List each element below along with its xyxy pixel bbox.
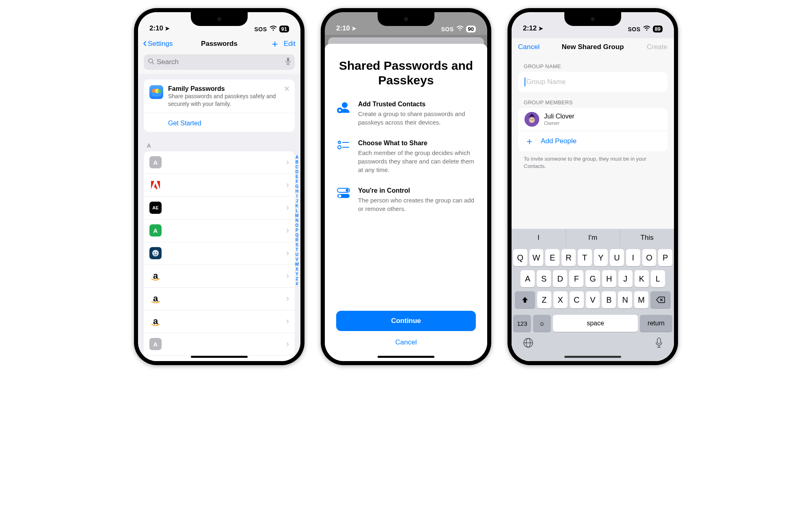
index-letter[interactable]: K bbox=[296, 204, 298, 209]
password-row[interactable]: › bbox=[144, 242, 295, 265]
emoji-key[interactable]: ☺ bbox=[533, 315, 551, 332]
prediction-item[interactable]: I'm bbox=[566, 229, 620, 247]
key-c[interactable]: C bbox=[570, 291, 584, 308]
key-v[interactable]: V bbox=[586, 291, 600, 308]
close-icon[interactable]: ✕ bbox=[284, 84, 290, 93]
index-letter[interactable]: X bbox=[296, 267, 298, 272]
key-p[interactable]: P bbox=[658, 249, 672, 266]
index-letter[interactable]: Y bbox=[296, 272, 298, 277]
key-z[interactable]: Z bbox=[537, 291, 551, 308]
index-letter[interactable]: N bbox=[296, 218, 298, 223]
key-b[interactable]: B bbox=[602, 291, 616, 308]
key-d[interactable]: D bbox=[553, 270, 567, 287]
index-letter[interactable]: R bbox=[296, 238, 298, 243]
index-letter[interactable]: I bbox=[296, 194, 298, 199]
index-letter[interactable]: # bbox=[296, 282, 298, 286]
index-letter[interactable]: Z bbox=[296, 277, 298, 282]
password-row[interactable]: A› bbox=[144, 151, 295, 174]
index-letter[interactable]: H bbox=[296, 189, 298, 194]
password-row[interactable]: a› bbox=[144, 265, 295, 288]
index-letter[interactable]: J bbox=[296, 199, 298, 204]
sheet-title: Shared Passwords and Passkeys bbox=[336, 58, 476, 88]
key-y[interactable]: Y bbox=[594, 249, 608, 266]
index-letter[interactable]: M bbox=[295, 213, 298, 218]
index-letter[interactable]: W bbox=[295, 262, 299, 267]
password-row[interactable]: A› bbox=[144, 219, 295, 242]
add-people-label: Add People bbox=[541, 137, 577, 145]
back-button[interactable]: Settings bbox=[143, 39, 173, 49]
password-row[interactable]: A› bbox=[144, 333, 295, 356]
microphone-icon[interactable] bbox=[285, 58, 291, 67]
cancel-button[interactable]: Cancel bbox=[336, 335, 476, 350]
index-letter[interactable]: A bbox=[296, 155, 298, 160]
globe-icon[interactable] bbox=[523, 338, 533, 351]
search-field[interactable] bbox=[157, 58, 283, 66]
key-e[interactable]: E bbox=[545, 249, 559, 266]
key-a[interactable]: A bbox=[520, 270, 535, 287]
index-letter[interactable]: U bbox=[296, 252, 298, 257]
home-indicator[interactable] bbox=[378, 356, 434, 358]
key-o[interactable]: O bbox=[642, 249, 657, 266]
shift-key[interactable] bbox=[515, 291, 535, 308]
key-x[interactable]: X bbox=[553, 291, 568, 308]
dictation-icon[interactable] bbox=[655, 338, 663, 351]
return-key[interactable]: return bbox=[640, 315, 672, 332]
key-u[interactable]: U bbox=[610, 249, 624, 266]
index-letter[interactable]: S bbox=[296, 243, 298, 247]
space-key[interactable]: space bbox=[553, 315, 638, 332]
index-letter[interactable]: O bbox=[295, 223, 298, 228]
keyboard[interactable]: II'mThis QWERTYUIOP ASDFGHJKL ZXCVBNM bbox=[512, 229, 674, 361]
key-k[interactable]: K bbox=[635, 270, 649, 287]
prediction-item[interactable]: This bbox=[620, 229, 674, 247]
add-people-button[interactable]: ＋ Add People bbox=[518, 131, 667, 151]
key-f[interactable]: F bbox=[569, 270, 583, 287]
prediction-item[interactable]: I bbox=[512, 229, 566, 247]
index-letter[interactable]: V bbox=[296, 257, 298, 262]
get-started-button[interactable]: Get Started bbox=[149, 116, 289, 128]
create-button[interactable]: Create bbox=[647, 43, 667, 51]
svg-point-10 bbox=[156, 252, 157, 253]
key-s[interactable]: S bbox=[537, 270, 551, 287]
chevron-right-icon: › bbox=[286, 293, 289, 304]
index-letter[interactable]: T bbox=[296, 247, 298, 252]
index-letter[interactable]: L bbox=[296, 209, 298, 213]
key-m[interactable]: M bbox=[634, 291, 648, 308]
key-r[interactable]: R bbox=[561, 249, 576, 266]
index-letter[interactable]: E bbox=[296, 174, 298, 179]
edit-button[interactable]: Edit bbox=[284, 40, 296, 48]
alphabet-index[interactable]: ABCDEFGHIJKLMNOPQRSTUVWXYZ# bbox=[295, 155, 299, 286]
cancel-button[interactable]: Cancel bbox=[518, 43, 540, 51]
backspace-key[interactable] bbox=[650, 291, 671, 308]
index-letter[interactable]: F bbox=[296, 179, 298, 184]
key-h[interactable]: H bbox=[602, 270, 616, 287]
home-indicator[interactable] bbox=[564, 356, 621, 358]
password-row[interactable]: a› bbox=[144, 310, 295, 333]
key-t[interactable]: T bbox=[578, 249, 592, 266]
search-input[interactable] bbox=[144, 54, 295, 70]
home-indicator[interactable] bbox=[191, 356, 248, 358]
location-icon: ➤ bbox=[538, 25, 543, 32]
prediction-bar[interactable]: II'mThis bbox=[512, 229, 674, 247]
chevron-right-icon: › bbox=[286, 248, 289, 258]
add-button[interactable]: + bbox=[272, 40, 278, 48]
password-row[interactable]: a› bbox=[144, 288, 295, 310]
key-l[interactable]: L bbox=[651, 270, 665, 287]
group-name-input[interactable] bbox=[526, 78, 661, 86]
index-letter[interactable]: G bbox=[295, 184, 298, 189]
index-letter[interactable]: Q bbox=[295, 233, 298, 238]
key-q[interactable]: Q bbox=[513, 249, 527, 266]
index-letter[interactable]: C bbox=[296, 165, 298, 170]
numbers-key[interactable]: 123 bbox=[513, 315, 531, 332]
password-row[interactable]: AE› bbox=[144, 197, 295, 219]
key-g[interactable]: G bbox=[585, 270, 600, 287]
index-letter[interactable]: P bbox=[296, 228, 298, 233]
key-i[interactable]: I bbox=[626, 249, 640, 266]
index-letter[interactable]: B bbox=[296, 160, 298, 165]
continue-button[interactable]: Continue bbox=[336, 311, 476, 331]
key-n[interactable]: N bbox=[618, 291, 632, 308]
index-letter[interactable]: D bbox=[296, 170, 298, 174]
password-row[interactable]: › bbox=[144, 174, 295, 197]
key-j[interactable]: J bbox=[618, 270, 633, 287]
intro-sheet: Shared Passwords and Passkeys Add Truste… bbox=[325, 44, 487, 361]
key-w[interactable]: W bbox=[529, 249, 544, 266]
